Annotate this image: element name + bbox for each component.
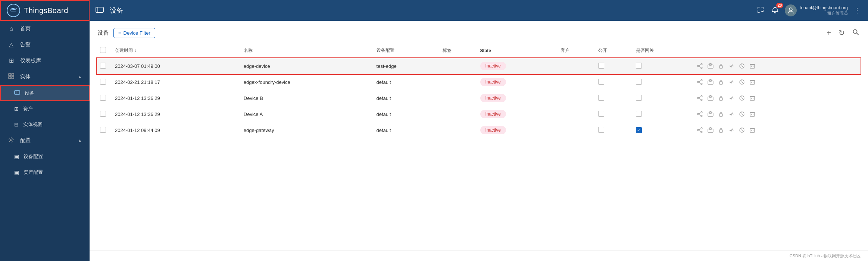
assign-customer-button[interactable] [706, 110, 715, 118]
svg-point-67 [697, 129, 699, 131]
sidebar-item-entity-views[interactable]: ⊟ 实体视图 [0, 117, 90, 132]
cell-actions [693, 74, 861, 90]
select-all-checkbox[interactable] [100, 47, 106, 53]
gateway-checkbox[interactable] [636, 95, 642, 101]
table-title: 设备 [97, 29, 109, 37]
svg-rect-3 [12, 73, 14, 76]
alert-icon: △ [7, 41, 15, 48]
gateway-checkbox[interactable]: ✓ [636, 127, 642, 133]
check-connectivity-button[interactable] [727, 110, 736, 118]
assign-customer-button[interactable] [706, 126, 715, 134]
sidebar-item-devices[interactable]: 设备 [0, 85, 90, 101]
toolbar-left: 设备 ≡ Device Filter [97, 28, 155, 38]
delete-button[interactable] [748, 110, 756, 118]
manage-credentials-button[interactable] [717, 126, 725, 134]
asset-icon: ⊞ [14, 106, 19, 112]
svg-point-72 [709, 128, 712, 130]
gateway-checkbox[interactable] [636, 63, 642, 69]
refresh-button[interactable]: ↻ [837, 27, 846, 39]
assign-customer-button[interactable] [706, 78, 715, 86]
manage-credentials-button[interactable] [717, 62, 725, 70]
check-connectivity-button[interactable] [727, 78, 736, 86]
user-menu[interactable]: tenant@thingsboard.org 租户管理员 [785, 4, 848, 16]
sidebar-item-entities[interactable]: 实体 ▲ [0, 69, 90, 85]
notification-button[interactable]: 20 [770, 5, 780, 16]
svg-point-46 [709, 95, 712, 98]
public-checkbox[interactable] [598, 127, 604, 133]
share-button[interactable] [696, 126, 704, 134]
row-checkbox[interactable] [100, 127, 106, 133]
sidebar-item-label-dashboards: 仪表板库 [20, 57, 82, 64]
svg-point-20 [709, 63, 712, 66]
row-checkbox[interactable] [100, 95, 106, 101]
home-icon: ⌂ [7, 25, 15, 32]
manage-credentials-button[interactable] [717, 110, 725, 118]
table-body: 2024-03-07 01:49:00edge-devicetest-edgeI… [97, 58, 861, 138]
svg-rect-6 [15, 91, 20, 94]
table-row: 2024-03-07 01:49:00edge-devicetest-edgeI… [97, 58, 861, 74]
svg-point-41 [697, 97, 699, 99]
check-connectivity-button[interactable] [727, 94, 736, 102]
public-checkbox[interactable] [598, 95, 604, 101]
assign-device-button[interactable] [738, 110, 746, 118]
sidebar-item-home[interactable]: ⌂ 首页 [0, 21, 90, 37]
delete-button[interactable] [748, 62, 756, 70]
sidebar-item-dashboards[interactable]: ⊞ 仪表板库 [0, 53, 90, 69]
gateway-checkbox[interactable] [636, 111, 642, 117]
manage-credentials-button[interactable] [717, 78, 725, 86]
svg-rect-62 [750, 113, 755, 116]
table-row: 2024-01-12 13:36:29Device AdefaultInacti… [97, 106, 861, 122]
sidebar-item-label-asset-config: 资产配置 [24, 169, 43, 176]
assign-device-button[interactable] [738, 78, 746, 86]
public-checkbox[interactable] [598, 79, 604, 85]
check-connectivity-button[interactable] [727, 62, 736, 70]
assign-customer-button[interactable] [706, 62, 715, 70]
cell-tags [440, 106, 477, 122]
cell-created-time: 2024-03-07 01:49:00 [112, 58, 241, 74]
add-device-button[interactable]: + [825, 27, 833, 39]
sidebar-item-device-config[interactable]: ▣ 设备配置 [0, 149, 90, 164]
search-button[interactable] [851, 27, 861, 38]
assign-device-button[interactable] [738, 94, 746, 102]
assign-device-button[interactable] [738, 62, 746, 70]
sidebar-item-config[interactable]: 配置 ▲ [0, 132, 90, 149]
filter-button[interactable]: ≡ Device Filter [113, 28, 155, 38]
svg-point-66 [701, 128, 702, 129]
sidebar-item-asset-config[interactable]: ▣ 资产配置 [0, 164, 90, 180]
sidebar-logo[interactable]: ThingsBoard [0, 0, 90, 21]
share-button[interactable] [696, 110, 704, 118]
svg-line-17 [699, 65, 701, 66]
col-header-checkbox [97, 43, 112, 58]
delete-button[interactable] [748, 94, 756, 102]
manage-credentials-button[interactable] [717, 94, 725, 102]
row-checkbox[interactable] [100, 111, 106, 117]
fullscreen-button[interactable] [756, 5, 765, 16]
topbar-title-text: 设备 [110, 6, 123, 15]
row-checkbox[interactable] [100, 79, 106, 85]
share-button[interactable] [696, 62, 704, 70]
share-button[interactable] [696, 94, 704, 102]
svg-line-31 [699, 82, 701, 84]
check-connectivity-button[interactable] [727, 126, 736, 134]
user-email: tenant@thingsboard.org [800, 5, 848, 10]
gateway-checkbox[interactable] [636, 79, 642, 85]
cell-created-time: 2024-02-21 21:18:17 [112, 74, 241, 90]
status-badge: Inactive [480, 62, 506, 70]
svg-point-42 [701, 99, 702, 101]
cell-is-gateway [633, 74, 693, 90]
cell-created-time: 2024-01-12 13:36:29 [112, 90, 241, 106]
sidebar-item-assets[interactable]: ⊞ 资产 [0, 101, 90, 117]
more-menu-button[interactable]: ⋮ [852, 5, 862, 16]
delete-button[interactable] [748, 126, 756, 134]
public-checkbox[interactable] [598, 111, 604, 117]
table-header-row: 创建时间 ↓ 名称 设备配置 标签 State 客户 公开 是否网关 [97, 43, 861, 58]
row-checkbox[interactable] [100, 63, 106, 69]
sidebar-item-alerts[interactable]: △ 告警 [0, 37, 90, 53]
delete-button[interactable] [748, 78, 756, 86]
assign-device-button[interactable] [738, 126, 746, 134]
cell-public [595, 74, 633, 90]
assign-customer-button[interactable] [706, 94, 715, 102]
svg-point-16 [701, 67, 702, 69]
share-button[interactable] [696, 78, 704, 86]
public-checkbox[interactable] [598, 63, 604, 69]
